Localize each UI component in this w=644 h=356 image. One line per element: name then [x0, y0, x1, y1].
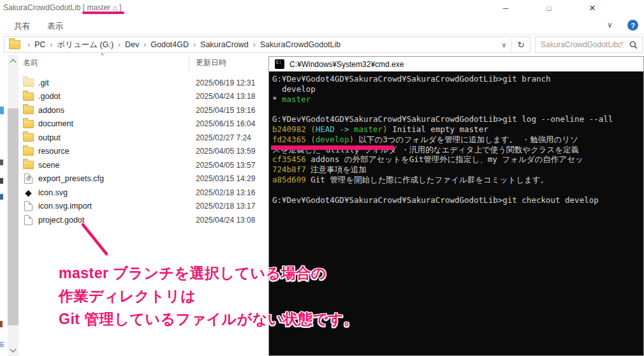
- breadcrumb: ›PC›ボリューム (G:)›Dev›Godot4GD›SakuraCrowd›…: [23, 40, 340, 50]
- file-name: export_presets.cfg: [38, 174, 104, 183]
- nav-pane-clipped-item: [0, 159, 3, 165]
- search-input-text: SakuraCrowdGodotLibの...: [541, 40, 624, 50]
- table-row[interactable]: project.godot 2025/04/24 13:08: [23, 213, 268, 227]
- search-input[interactable]: SakuraCrowdGodotLibの...: [535, 36, 643, 53]
- file-icon: [23, 105, 34, 115]
- file-date-modified: 2025/04/15 19:16: [196, 106, 255, 115]
- file-date-modified: 2025/06/15 16:04: [196, 119, 255, 128]
- file-date-modified: 2025/03/15 14:29: [196, 174, 255, 183]
- close-button[interactable]: ×: [583, 1, 602, 15]
- breadcrumb-separator-icon: ›: [249, 40, 260, 49]
- terminal-line: [272, 104, 643, 114]
- maximize-button[interactable]: □: [539, 1, 559, 15]
- table-row[interactable]: addons 2025/04/15 19:16: [23, 103, 268, 117]
- ribbon-bar: 共有 表示 ∨ ?: [0, 18, 644, 34]
- gear-file-icon: ⚙: [23, 174, 34, 184]
- file-name: project.godot: [38, 216, 84, 225]
- breadcrumb-item[interactable]: SakuraCrowdGodotLib: [260, 40, 340, 49]
- table-row[interactable]: output 2025/02/27 7:24: [23, 131, 268, 145]
- file-date-modified: 2025/04/24 13:18: [196, 92, 255, 101]
- terminal-line: b240982 (HEAD -> master) Initial empty m…: [272, 124, 643, 135]
- table-row[interactable]: icon.svg.import 2025/02/18 13:17: [23, 200, 268, 214]
- breadcrumb-separator-icon: ›: [139, 40, 150, 49]
- table-row[interactable]: scene 2025/04/05 13:57: [23, 158, 268, 172]
- search-icon[interactable]: [629, 41, 638, 49]
- file-icon: [23, 160, 34, 170]
- nav-pane-clipped-item: E: [0, 341, 4, 348]
- file-list: .git 2025/06/19 12:31 .godot 2025/04/24 …: [23, 76, 268, 227]
- scroll-down-icon[interactable]: [8, 345, 18, 355]
- screenshot-stage: SakuraCrowdGodotLib [ master ⌂ ] ─ □ × 共…: [0, 0, 644, 356]
- file-name: icon.svg: [38, 188, 68, 197]
- table-row[interactable]: .godot 2025/04/24 13:18: [23, 90, 268, 104]
- nav-pane-scrollbar[interactable]: [8, 55, 18, 356]
- address-bar[interactable]: ›PC›ボリューム (G:)›Dev›Godot4GD›SakuraCrowd›…: [4, 36, 531, 53]
- breadcrumb-item[interactable]: Dev: [125, 40, 139, 49]
- breadcrumb-item[interactable]: Godot4GD: [150, 40, 189, 49]
- file-date-modified: 2025/02/27 7:24: [196, 133, 251, 142]
- terminal-line: G:¥Dev¥Godot4GD¥SakuraCrowd¥SakuraCrowdG…: [272, 74, 643, 84]
- document-file-icon: [23, 215, 34, 225]
- table-row[interactable]: document 2025/06/15 16:04: [23, 117, 268, 131]
- terminal-line: G:¥Dev¥Godot4GD¥SakuraCrowd¥SakuraCrowdG…: [272, 114, 643, 124]
- address-dropdown-icon[interactable]: ∨: [496, 41, 511, 49]
- annotation-title-underline: [82, 11, 124, 14]
- terminal-line: * master: [272, 94, 643, 105]
- folder-icon: [9, 40, 20, 49]
- table-row[interactable]: ⚙ export_presets.cfg 2025/03/15 14:29: [23, 172, 268, 186]
- table-row[interactable]: ◆ icon.svg 2025/02/18 13:16: [23, 186, 268, 200]
- inkscape-icon: ◆: [23, 188, 34, 197]
- breadcrumb-separator-icon: ›: [45, 40, 57, 49]
- ribbon-tab-share[interactable]: 共有: [14, 21, 30, 32]
- terminal-line: fd24365 (develop) 以下の3つのフォルダを管理に追加します。 ・…: [272, 135, 643, 145]
- file-date-modified: 2025/02/18 13:17: [196, 202, 255, 211]
- file-icon: [23, 133, 34, 142]
- explorer-window-title: SakuraCrowdGodotLib [ master ⌂ ]: [3, 3, 121, 12]
- document-file-icon: [23, 202, 34, 211]
- column-header-name[interactable]: 名前: [23, 57, 38, 68]
- ribbon-collapse-chevron-icon[interactable]: ∨: [607, 20, 613, 29]
- table-row[interactable]: .git 2025/06/19 12:31: [23, 76, 268, 90]
- annotation-note-line: 作業ディレクトリは: [59, 285, 358, 308]
- sort-ascending-icon[interactable]: ^: [101, 52, 104, 59]
- column-header-modified[interactable]: 更新日時: [196, 57, 226, 68]
- file-list-header: 名前 ^ 更新日時: [23, 56, 268, 69]
- terminal-line: cf35456 addons の外部アセットをGit管理外に指定し、my フォル…: [272, 154, 643, 165]
- help-icon[interactable]: ?: [627, 20, 638, 31]
- scroll-up-icon[interactable]: [8, 56, 18, 66]
- file-name: icon.svg.import: [38, 202, 92, 211]
- file-name: document: [38, 119, 73, 128]
- ribbon-tab-view[interactable]: 表示: [47, 21, 63, 32]
- breadcrumb-separator-icon: ›: [113, 40, 125, 49]
- terminal-line: develop: [272, 84, 643, 94]
- annotation-note-text: master ブランチを選択している場合の作業ディレクトリはGit 管理している…: [59, 262, 358, 330]
- cmd-window-title: C:¥Windows¥System32¥cmd.exe: [289, 60, 404, 69]
- file-name: scene: [38, 161, 59, 170]
- terminal-line: a85d609 Git 管理を開始した際に作成したファイル群をコミットします。: [272, 175, 643, 185]
- file-date-modified: 2025/04/05 13:59: [196, 147, 255, 156]
- cmd-titlebar[interactable]: C: C:¥Windows¥System32¥cmd.exe: [269, 57, 643, 71]
- nav-pane-clipped-item: [0, 107, 4, 114]
- terminal-line: 724b8f7 注意事項を追加: [272, 165, 643, 175]
- nav-pane-clipped-item: [0, 321, 3, 327]
- annotation-note-line: master ブランチを選択している場合の: [59, 262, 358, 285]
- file-name: resource: [38, 147, 70, 156]
- scrollbar-thumb[interactable]: [8, 108, 18, 325]
- terminal-line: G:¥Dev¥Godot4GD¥SakuraCrowd¥SakuraCrowdG…: [272, 195, 643, 205]
- file-name: addons: [38, 106, 64, 115]
- breadcrumb-item[interactable]: PC: [34, 40, 45, 49]
- breadcrumb-item[interactable]: ボリューム (G:): [57, 40, 113, 50]
- nav-pane-clipped-item: [0, 194, 3, 200]
- breadcrumb-item[interactable]: SakuraCrowd: [200, 40, 249, 49]
- file-date-modified: 2025/02/18 13:16: [196, 188, 255, 197]
- file-icon: [23, 92, 34, 101]
- minimize-button[interactable]: ─: [496, 1, 515, 15]
- file-icon: [23, 119, 34, 129]
- table-row[interactable]: resource 2025/04/05 13:59: [23, 145, 268, 159]
- file-date-modified: 2025/06/19 12:31: [196, 78, 255, 87]
- column-separator[interactable]: [189, 55, 189, 70]
- file-date-modified: 2025/04/24 13:08: [196, 216, 255, 225]
- breadcrumb-separator-icon: ›: [189, 40, 200, 49]
- refresh-icon[interactable]: ↻: [511, 38, 530, 52]
- cmd-icon: C:: [275, 59, 284, 69]
